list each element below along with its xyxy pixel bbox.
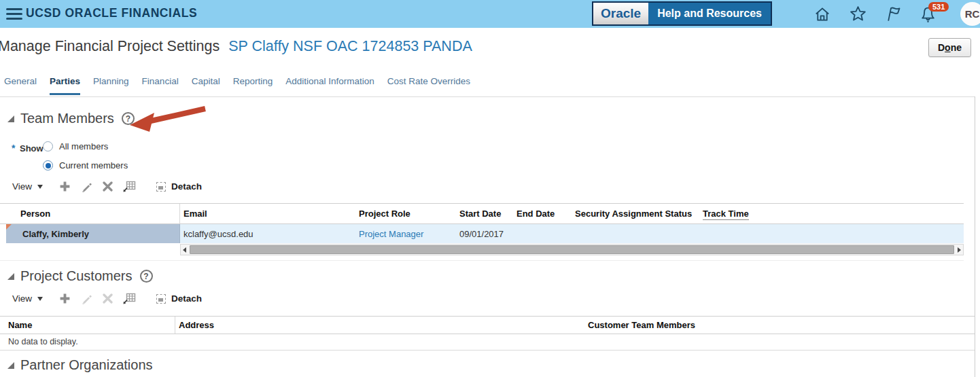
section-title: Team Members: [20, 111, 114, 126]
section-title: Project Customers: [20, 268, 133, 284]
page-title: Manage Financial Project Settings: [0, 38, 220, 55]
column-header-customer-team-members[interactable]: Customer Team Members: [584, 320, 975, 330]
scrollbar-thumb[interactable]: [190, 245, 954, 254]
help-button-label: Help and Resources: [648, 3, 771, 24]
star-favorites-icon[interactable]: [849, 5, 867, 23]
tab-strip: General Parties Planning Financial Capit…: [4, 76, 470, 95]
team-members-table: Person Email Project Role Start Date End…: [0, 203, 964, 261]
column-header-security-assignment-status[interactable]: Security Assignment Status: [572, 209, 699, 219]
tab-strip-divider: [0, 96, 975, 97]
delete-row-button-disabled: [103, 293, 113, 304]
radio-label: All members: [59, 141, 108, 151]
tab-general[interactable]: General: [4, 76, 37, 95]
project-name: SP Claffy NSF OAC 1724853 PANDA: [228, 38, 472, 55]
tab-reporting[interactable]: Reporting: [233, 76, 273, 95]
empty-table-message: No data to display.: [0, 334, 975, 351]
table-bottom-spacer: [0, 255, 964, 261]
column-header-end-date[interactable]: End Date: [513, 209, 572, 219]
user-avatar[interactable]: RC: [960, 2, 980, 26]
add-row-button[interactable]: [59, 181, 71, 192]
hamburger-menu-icon[interactable]: [6, 8, 22, 20]
end-date-cell: [513, 224, 572, 243]
done-button[interactable]: Done: [928, 38, 971, 57]
tab-parties[interactable]: Parties: [50, 76, 80, 95]
notification-count-badge[interactable]: 531: [928, 2, 949, 12]
freeze-columns-button[interactable]: [123, 181, 136, 192]
horizontal-scrollbar[interactable]: [180, 244, 964, 255]
team-members-table-header: Person Email Project Role Start Date End…: [0, 203, 964, 224]
scroll-left-arrow-icon[interactable]: [183, 247, 186, 253]
start-date-cell: 09/01/2017: [456, 224, 513, 243]
page-header: Manage Financial Project Settings SP Cla…: [0, 38, 472, 55]
freeze-columns-button[interactable]: [123, 293, 136, 304]
radio-icon: [43, 141, 53, 151]
delete-row-button[interactable]: [103, 181, 113, 192]
required-marker: *: [12, 143, 15, 154]
column-header-name[interactable]: Name: [0, 317, 175, 334]
table-row[interactable]: Claffy, Kimberly kclaffy@ucsd.edu Projec…: [0, 224, 964, 243]
collapse-triangle-icon[interactable]: [7, 362, 14, 369]
column-header-start-date[interactable]: Start Date: [456, 209, 513, 219]
detach-icon: [156, 294, 166, 304]
edit-row-button[interactable]: [81, 181, 92, 192]
caret-down-icon: [37, 185, 43, 189]
flag-icon[interactable]: [884, 5, 903, 23]
app-title: UCSD ORACLE FINANCIALS: [26, 6, 197, 20]
topbar: UCSD ORACLE FINANCIALS Oracle Help and R…: [0, 0, 980, 28]
edit-row-button-disabled: [81, 293, 92, 304]
collapse-triangle-icon[interactable]: [7, 115, 14, 122]
oracle-brand-label: Oracle: [593, 3, 648, 24]
security-assignment-status-cell: [572, 224, 699, 243]
detach-button[interactable]: Detach: [156, 181, 202, 192]
content-right-border: [975, 96, 975, 377]
project-customers-table-header: Name Address Customer Team Members: [0, 316, 975, 334]
team-members-toolbar: View Detach: [12, 181, 202, 192]
column-header-person[interactable]: Person: [0, 204, 180, 223]
column-header-track-time[interactable]: Track Time: [699, 209, 964, 219]
red-annotation-arrow: [129, 103, 209, 137]
tab-planning[interactable]: Planning: [93, 76, 129, 95]
detach-icon: [156, 182, 166, 192]
detach-button[interactable]: Detach: [156, 293, 202, 304]
radio-icon-selected: [43, 160, 53, 170]
view-menu-button[interactable]: View: [12, 293, 43, 304]
scroll-right-arrow-icon[interactable]: [958, 247, 961, 253]
project-customers-toolbar: View Detach: [12, 293, 202, 304]
tab-financial[interactable]: Financial: [142, 76, 179, 95]
show-label: Show: [20, 143, 43, 154]
help-icon[interactable]: ?: [140, 270, 153, 283]
column-header-project-role[interactable]: Project Role: [355, 209, 456, 219]
track-time-cell: [699, 224, 964, 243]
person-cell-selected[interactable]: Claffy, Kimberly: [6, 224, 180, 243]
radio-current-members[interactable]: Current members: [43, 160, 128, 170]
view-menu-button[interactable]: View: [12, 181, 43, 192]
radio-label: Current members: [59, 160, 128, 170]
project-role-link[interactable]: Project Manager: [355, 224, 456, 243]
project-customers-table: Name Address Customer Team Members No da…: [0, 316, 975, 351]
add-row-button[interactable]: [59, 293, 71, 304]
tab-cost-rate-overrides[interactable]: Cost Rate Overrides: [387, 76, 470, 95]
team-members-section-heading: Team Members ?: [7, 111, 135, 126]
caret-down-icon: [37, 297, 43, 301]
column-header-email[interactable]: Email: [180, 209, 355, 219]
column-header-address[interactable]: Address: [175, 320, 584, 330]
section-title: Partner Organizations: [20, 357, 153, 373]
email-cell: kclaffy@ucsd.edu: [180, 224, 355, 243]
tab-additional-information[interactable]: Additional Information: [285, 76, 374, 95]
home-icon[interactable]: [813, 5, 831, 23]
collapse-triangle-icon[interactable]: [7, 273, 14, 280]
tab-capital[interactable]: Capital: [192, 76, 220, 95]
row-header-stub: [0, 224, 6, 243]
partner-organizations-section-heading: Partner Organizations: [7, 357, 153, 373]
project-customers-section-heading: Project Customers ?: [7, 268, 153, 284]
help-and-resources-button[interactable]: Oracle Help and Resources: [592, 1, 772, 26]
radio-all-members[interactable]: All members: [43, 141, 108, 151]
